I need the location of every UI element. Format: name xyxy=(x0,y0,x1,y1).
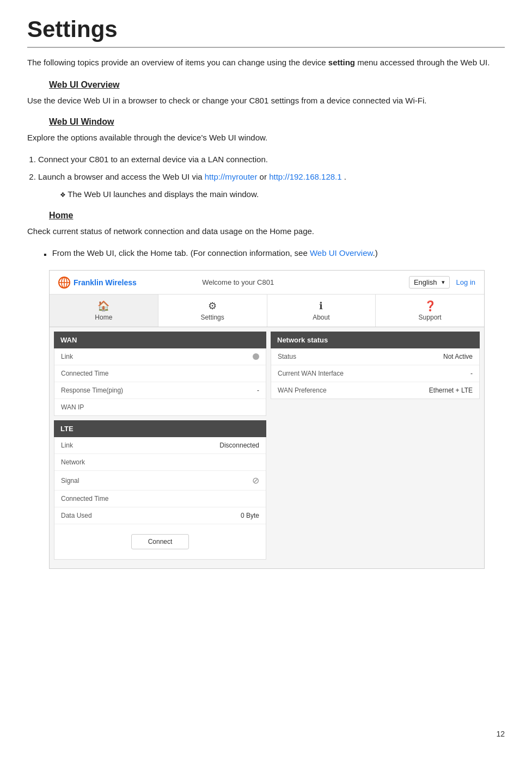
web-ui-window-heading: Web UI Window xyxy=(49,117,505,127)
ns-row-wan-preference: WAN Preference Ethernet + LTE xyxy=(271,382,479,399)
home-tab-label: Home xyxy=(95,314,112,321)
tab-about[interactable]: ℹ About xyxy=(267,295,376,327)
sub-bullet-list: The Web UI launches and displays the mai… xyxy=(60,188,505,201)
about-tab-label: About xyxy=(313,314,329,321)
lte-link-label: Link xyxy=(61,442,73,449)
lte-link-value: Disconnected xyxy=(219,442,259,449)
globe-icon xyxy=(58,277,70,289)
page-number: 12 xyxy=(496,730,505,738)
home-tab-icon: 🏠 xyxy=(97,300,109,312)
web-ui-overview-body: Use the device Web UI in a browser to ch… xyxy=(27,94,505,107)
webui-right-column: Network status Status Not Active Current… xyxy=(266,332,480,564)
network-status-body: Status Not Active Current WAN Interface … xyxy=(271,348,480,399)
home-heading: Home xyxy=(49,211,505,220)
lte-panel: LTE Link Disconnected Network Signal ⊘ xyxy=(54,420,266,560)
settings-tab-icon: ⚙ xyxy=(208,300,217,312)
wan-link-label: Link xyxy=(61,353,73,360)
support-tab-icon: ❓ xyxy=(424,300,436,312)
webui-left-column: WAN Link Connected Time Response Time(pi… xyxy=(54,332,266,564)
ns-wan-interface-label: Current WAN Interface xyxy=(278,370,344,377)
ns-status-label: Status xyxy=(278,353,296,360)
step-2-end: . xyxy=(342,172,346,181)
settings-tab-label: Settings xyxy=(200,314,224,321)
webui-header: Franklin Wireless Welcome to your C801 E… xyxy=(50,271,484,295)
network-status-header: Network status xyxy=(271,332,480,348)
lte-row-data-used: Data Used 0 Byte xyxy=(54,507,266,524)
myrouter-link[interactable]: http://myrouter xyxy=(205,172,258,181)
about-tab-icon: ℹ xyxy=(319,300,323,312)
lte-row-connected-time: Connected Time xyxy=(54,491,266,507)
home-bullet-list: From the Web UI, click the Home tab. (Fo… xyxy=(44,247,505,262)
lte-network-label: Network xyxy=(61,458,85,466)
ns-row-wan-interface: Current WAN Interface - xyxy=(271,365,479,382)
steps-list: Connect your C801 to an external device … xyxy=(38,153,505,183)
web-ui-overview-heading: Web UI Overview xyxy=(49,80,505,90)
wan-link-dot xyxy=(253,353,259,360)
wan-row-link: Link xyxy=(54,348,266,365)
wan-response-time-value: - xyxy=(257,387,259,394)
step-2-or: or xyxy=(257,172,269,181)
wan-row-ip: WAN IP xyxy=(54,399,266,415)
webui-screenshot: Franklin Wireless Welcome to your C801 E… xyxy=(49,270,485,569)
intro-text-1: The following topics provide an overview… xyxy=(27,58,328,67)
tab-settings[interactable]: ⚙ Settings xyxy=(158,295,267,327)
signal-blocked-icon: ⊘ xyxy=(252,475,259,486)
lte-row-signal: Signal ⊘ xyxy=(54,471,266,491)
home-body: Check current status of network connecti… xyxy=(27,225,505,238)
intro-bold: setting xyxy=(328,58,355,67)
webui-content: WAN Link Connected Time Response Time(pi… xyxy=(50,327,484,568)
webui-nav: 🏠 Home ⚙ Settings ℹ About ❓ Support xyxy=(50,295,484,327)
wan-row-connected-time: Connected Time xyxy=(54,365,266,382)
web-ui-overview-link[interactable]: Web UI Overview xyxy=(310,248,373,258)
intro-text-2: menu accessed through the Web UI. xyxy=(355,58,490,67)
wan-panel-body: Link Connected Time Response Time(ping) … xyxy=(54,348,266,416)
language-selector[interactable]: English ▾ xyxy=(409,276,450,289)
lte-row-network: Network xyxy=(54,454,266,471)
wan-row-response-time: Response Time(ping) - xyxy=(54,382,266,399)
ns-wan-interface-value: - xyxy=(470,370,473,377)
connect-button[interactable]: Connect xyxy=(131,534,189,549)
section-web-ui-overview: Web UI Overview Use the device Web UI in… xyxy=(27,80,505,107)
section-home: Home Check current status of network con… xyxy=(27,211,505,569)
home-bullet-text: From the Web UI, click the Home tab. (Fo… xyxy=(52,247,378,260)
login-link[interactable]: Log in xyxy=(456,278,475,286)
network-status-panel: Network status Status Not Active Current… xyxy=(271,332,480,399)
language-label: English xyxy=(414,278,437,286)
lte-data-used-label: Data Used xyxy=(61,512,92,519)
lte-panel-body: Link Disconnected Network Signal ⊘ Co xyxy=(54,437,266,560)
support-tab-label: Support xyxy=(419,314,442,321)
logo-text: Franklin Wireless xyxy=(74,278,137,287)
intro-paragraph: The following topics provide an overview… xyxy=(27,57,505,69)
ns-wan-preference-value: Ethernet + LTE xyxy=(429,387,473,394)
step-2-text: Launch a browser and access the Web UI v… xyxy=(38,172,205,181)
webui-header-right: English ▾ Log in xyxy=(409,276,475,289)
wan-connected-time-label: Connected Time xyxy=(61,370,108,377)
lte-panel-header: LTE xyxy=(54,420,266,437)
lte-row-link: Link Disconnected xyxy=(54,437,266,454)
step-2: Launch a browser and access the Web UI v… xyxy=(38,170,505,183)
step-1: Connect your C801 to an external device … xyxy=(38,153,505,166)
ns-status-value: Not Active xyxy=(443,353,473,360)
wan-panel: WAN Link Connected Time Response Time(pi… xyxy=(54,332,266,416)
webui-welcome: Welcome to your C801 xyxy=(202,278,274,286)
lte-signal-label: Signal xyxy=(61,477,79,485)
home-bullet-suffix: .) xyxy=(373,248,378,258)
ip-link[interactable]: http://192.168.128.1 xyxy=(269,172,341,181)
lte-data-used-value: 0 Byte xyxy=(241,512,259,519)
webui-logo: Franklin Wireless xyxy=(58,277,137,289)
sub-bullet-item: The Web UI launches and displays the mai… xyxy=(60,188,505,201)
ns-row-status: Status Not Active xyxy=(271,348,479,365)
section-web-ui-window: Web UI Window Explore the options availa… xyxy=(27,117,505,201)
tab-home[interactable]: 🏠 Home xyxy=(50,295,158,327)
web-ui-window-body: Explore the options available through th… xyxy=(27,131,505,144)
home-bullet-prefix: From the Web UI, click the Home tab. (Fo… xyxy=(52,248,310,258)
ns-wan-preference-label: WAN Preference xyxy=(278,387,327,394)
chevron-down-icon: ▾ xyxy=(442,279,445,286)
wan-response-time-label: Response Time(ping) xyxy=(61,387,123,394)
wan-panel-header: WAN xyxy=(54,332,266,348)
wan-ip-label: WAN IP xyxy=(61,403,84,411)
page-title: Settings xyxy=(27,16,505,42)
home-bullet-item: From the Web UI, click the Home tab. (Fo… xyxy=(44,247,505,262)
tab-support[interactable]: ❓ Support xyxy=(376,295,484,327)
lte-connected-time-label: Connected Time xyxy=(61,495,108,502)
